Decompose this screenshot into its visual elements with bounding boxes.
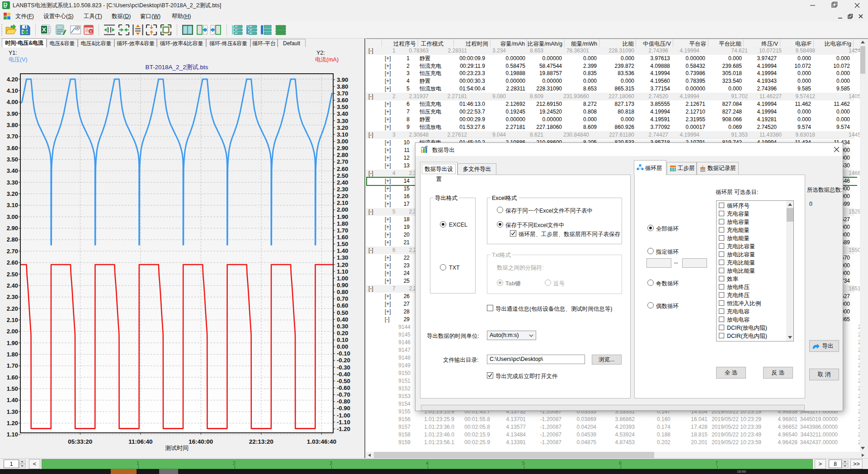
svg-text:2.80: 2.80 <box>337 152 348 158</box>
svg-text:0.50: 0.50 <box>337 309 348 316</box>
svg-text:2.60: 2.60 <box>7 259 18 266</box>
svg-text:2.20: 2.20 <box>7 305 18 312</box>
svg-text:-1.00: -1.00 <box>337 412 350 419</box>
svg-text:3.80: 3.80 <box>337 83 348 90</box>
svg-text:1.80: 1.80 <box>337 220 348 227</box>
svg-text:1.90: 1.90 <box>337 213 348 220</box>
svg-text:3.00: 3.00 <box>7 213 18 220</box>
svg-text:4.20: 4.20 <box>7 76 18 83</box>
svg-text:0.80: 0.80 <box>337 289 348 295</box>
svg-text:3.60: 3.60 <box>7 145 18 152</box>
svg-text:1.50: 1.50 <box>7 385 18 392</box>
svg-text:-0.60: -0.60 <box>337 384 350 391</box>
svg-text:2.30: 2.30 <box>7 294 18 300</box>
svg-text:2.90: 2.90 <box>337 145 348 152</box>
svg-text:0.20: 0.20 <box>337 330 348 337</box>
svg-text:22:13:20: 22:13:20 <box>249 438 274 445</box>
svg-text:0.70: 0.70 <box>337 295 348 302</box>
svg-text:1.40: 1.40 <box>337 247 348 254</box>
svg-text:2.90: 2.90 <box>7 225 18 232</box>
svg-text:2.80: 2.80 <box>7 236 18 243</box>
svg-text:2.40: 2.40 <box>7 282 18 289</box>
svg-text:2.70: 2.70 <box>337 158 348 165</box>
svg-text:1.40: 1.40 <box>7 397 18 403</box>
svg-text:1.70: 1.70 <box>337 227 348 234</box>
svg-text:Y1:: Y1: <box>9 50 17 56</box>
svg-text:2.50: 2.50 <box>337 172 348 179</box>
svg-text:3.20: 3.20 <box>7 190 18 197</box>
svg-text:0.60: 0.60 <box>337 302 348 309</box>
svg-text:2.10: 2.10 <box>7 317 18 323</box>
svg-text:BT-2018A_2_2测试.bts: BT-2018A_2_2测试.bts <box>146 64 208 71</box>
svg-text:电流(mA): 电流(mA) <box>315 57 339 63</box>
svg-text:11:06:40: 11:06:40 <box>128 438 152 445</box>
svg-text:3.10: 3.10 <box>337 131 348 138</box>
svg-text:电压(V): 电压(V) <box>9 57 28 63</box>
svg-text:3.30: 3.30 <box>337 118 348 124</box>
svg-text:1.80: 1.80 <box>7 351 18 358</box>
svg-text:-0.90: -0.90 <box>337 405 350 412</box>
svg-text:3.80: 3.80 <box>7 122 18 128</box>
svg-text:1.90: 1.90 <box>7 340 18 346</box>
svg-text:1.30: 1.30 <box>337 254 348 261</box>
svg-text:-0.50: -0.50 <box>337 378 350 384</box>
svg-text:3.20: 3.20 <box>337 124 348 131</box>
svg-text:05:33:20: 05:33:20 <box>68 438 92 445</box>
svg-text:-0.70: -0.70 <box>337 391 350 398</box>
svg-text:2.00: 2.00 <box>337 206 348 213</box>
svg-text:Y2:: Y2: <box>316 50 325 56</box>
svg-text:2.50: 2.50 <box>7 271 18 278</box>
svg-text:3.70: 3.70 <box>7 133 18 140</box>
svg-text:0.90: 0.90 <box>337 282 348 289</box>
svg-text:-1.20: -1.20 <box>337 426 350 432</box>
svg-text:3.70: 3.70 <box>337 90 348 97</box>
svg-text:-0.10: -0.10 <box>337 350 350 357</box>
svg-text:4.10: 4.10 <box>7 87 18 94</box>
svg-text:1.10: 1.10 <box>7 431 18 438</box>
svg-text:2.70: 2.70 <box>7 248 18 255</box>
svg-text:2.20: 2.20 <box>337 193 348 199</box>
svg-text:1.60: 1.60 <box>337 234 348 241</box>
svg-text:!: ! <box>90 29 92 34</box>
svg-text:3.10: 3.10 <box>7 202 18 209</box>
svg-text:2.40: 2.40 <box>337 179 348 186</box>
svg-text:1.30: 1.30 <box>7 408 18 415</box>
svg-text:0.00: 0.00 <box>337 343 348 350</box>
svg-text:0.40: 0.40 <box>337 316 348 323</box>
svg-text:2.30: 2.30 <box>337 186 348 193</box>
svg-text:3.40: 3.40 <box>337 110 348 117</box>
svg-text:2.10: 2.10 <box>337 199 348 206</box>
svg-text:3.00: 3.00 <box>337 138 348 145</box>
svg-text:测试时间: 测试时间 <box>165 445 189 451</box>
svg-text:-0.20: -0.20 <box>337 357 350 364</box>
svg-text:-0.80: -0.80 <box>337 398 350 405</box>
svg-text:1.50: 1.50 <box>337 241 348 247</box>
svg-text:3.50: 3.50 <box>337 104 348 110</box>
svg-text:2.60: 2.60 <box>337 166 348 172</box>
svg-text:3.60: 3.60 <box>337 97 348 104</box>
svg-text:3.40: 3.40 <box>7 167 18 174</box>
svg-text:1.20: 1.20 <box>7 420 18 427</box>
svg-text:3.50: 3.50 <box>7 156 18 163</box>
svg-text:4.00: 4.00 <box>7 99 18 105</box>
svg-text:3.30: 3.30 <box>7 179 18 186</box>
svg-text:1.03:46:40: 1.03:46:40 <box>307 438 336 445</box>
svg-text:1.10: 1.10 <box>337 268 348 275</box>
svg-text:0.30: 0.30 <box>337 323 348 330</box>
svg-text:-0.30: -0.30 <box>337 364 350 371</box>
svg-text:-1.10: -1.10 <box>337 419 350 426</box>
svg-text:0.10: 0.10 <box>337 337 348 343</box>
svg-text:3.90: 3.90 <box>337 76 348 83</box>
svg-text:1.20: 1.20 <box>337 261 348 268</box>
svg-text:2.00: 2.00 <box>7 328 18 335</box>
svg-text:16:40:00: 16:40:00 <box>189 438 213 445</box>
svg-text:-0.40: -0.40 <box>337 371 350 378</box>
svg-text:1.60: 1.60 <box>7 374 18 381</box>
svg-text:3.90: 3.90 <box>7 110 18 117</box>
svg-text:1.00: 1.00 <box>337 275 348 282</box>
svg-text:1.70: 1.70 <box>7 362 18 369</box>
